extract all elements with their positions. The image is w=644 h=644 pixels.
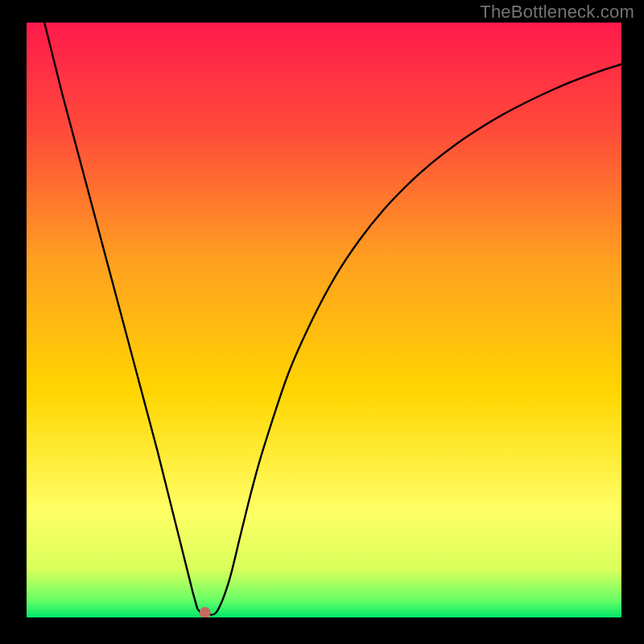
bottleneck-chart [27, 23, 621, 617]
plot-area [27, 23, 621, 617]
watermark-text: TheBottleneck.com [480, 2, 634, 23]
chart-frame: TheBottleneck.com [0, 0, 644, 644]
gradient-background [27, 23, 621, 617]
